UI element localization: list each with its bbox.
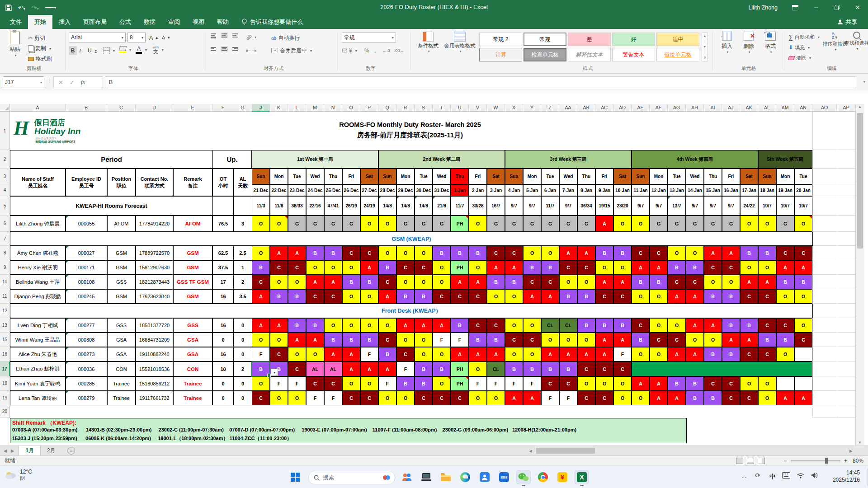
decrease-decimal-button[interactable]: .00→: [394, 46, 404, 55]
roster-cell[interactable]: B: [686, 376, 704, 391]
roster-cell[interactable]: O: [342, 289, 360, 304]
roster-cell[interactable]: C: [523, 333, 541, 347]
roster-cell[interactable]: B: [487, 333, 505, 347]
roster-cell[interactable]: B: [487, 275, 505, 289]
roster-cell[interactable]: B: [270, 289, 288, 304]
roster-cell[interactable]: B: [433, 361, 451, 376]
calculator-app-icon[interactable]: 888: [497, 470, 511, 484]
roster-cell[interactable]: O: [360, 318, 378, 333]
roster-cell[interactable]: F: [523, 376, 541, 391]
sheet-tab-2[interactable]: 2月: [41, 446, 62, 456]
roster-cell[interactable]: B: [342, 333, 360, 347]
roster-cell[interactable]: A: [722, 246, 740, 260]
col-header-AC[interactable]: AC: [595, 104, 613, 112]
roster-cell[interactable]: B: [415, 289, 433, 304]
col-header-AH[interactable]: AH: [686, 104, 704, 112]
roster-cell[interactable]: G: [722, 216, 740, 232]
roster-cell[interactable]: O: [740, 260, 758, 275]
roster-cell[interactable]: A: [686, 347, 704, 361]
roster-cell[interactable]: O: [668, 246, 686, 260]
roster-cell[interactable]: O: [360, 376, 378, 391]
tab-scroll-right-icon[interactable]: ▶: [11, 448, 14, 453]
clear-button[interactable]: 清除▾: [788, 53, 811, 62]
insert-cells-button[interactable]: ← 插入▾: [717, 32, 737, 54]
roster-cell[interactable]: O: [396, 391, 415, 405]
roster-cell[interactable]: C: [360, 391, 378, 405]
roster-cell[interactable]: C: [306, 376, 324, 391]
wechat-icon[interactable]: [516, 470, 531, 484]
roster-cell[interactable]: A: [324, 275, 342, 289]
font-size-select[interactable]: 8▾: [127, 33, 146, 42]
roster-cell[interactable]: G: [342, 216, 360, 232]
col-header-B[interactable]: B: [66, 104, 107, 112]
roster-cell[interactable]: O: [686, 246, 704, 260]
roster-cell[interactable]: A: [469, 347, 487, 361]
col-header-E[interactable]: E: [173, 104, 212, 112]
roster-cell[interactable]: O: [595, 376, 613, 391]
col-header-U[interactable]: U: [451, 104, 469, 112]
roster-cell[interactable]: A: [396, 318, 415, 333]
roster-cell[interactable]: O: [758, 391, 776, 405]
roster-cell[interactable]: [794, 376, 812, 391]
roster-cell[interactable]: O: [632, 391, 650, 405]
roster-cell[interactable]: C: [469, 318, 487, 333]
roster-cell[interactable]: O: [650, 289, 668, 304]
roster-cell[interactable]: G: [523, 216, 541, 232]
roster-cell[interactable]: O: [650, 347, 668, 361]
roster-cell[interactable]: A: [632, 260, 650, 275]
roster-cell[interactable]: O: [469, 260, 487, 275]
roster-cell[interactable]: A: [650, 391, 668, 405]
roster-cell[interactable]: C: [595, 361, 613, 376]
cell-style-neutral[interactable]: 适中: [656, 33, 699, 46]
roster-cell[interactable]: A: [776, 391, 794, 405]
roster-cell[interactable]: O: [378, 318, 396, 333]
row-header-2[interactable]: 2: [0, 150, 10, 169]
roster-cell[interactable]: O: [306, 260, 324, 275]
roster-cell[interactable]: C: [704, 260, 722, 275]
row-header-4[interactable]: 4: [0, 184, 10, 196]
roster-cell[interactable]: C: [360, 246, 378, 260]
col-header-O[interactable]: O: [342, 104, 360, 112]
roster-cell[interactable]: PH: [451, 376, 469, 391]
roster-cell[interactable]: A: [595, 216, 613, 232]
roster-cell[interactable]: B: [288, 289, 306, 304]
col-header-AJ[interactable]: AJ: [722, 104, 740, 112]
zoom-level[interactable]: 80%: [853, 458, 863, 464]
roster-cell[interactable]: B: [722, 289, 740, 304]
excel-icon[interactable]: X: [575, 470, 589, 484]
roster-cell[interactable]: A: [306, 333, 324, 347]
cell-dropdown-button[interactable]: ▾: [271, 369, 278, 376]
roster-cell[interactable]: O: [632, 347, 650, 361]
roster-cell[interactable]: O: [342, 318, 360, 333]
roster-cell[interactable]: O: [415, 246, 433, 260]
search-input[interactable]: 搜索: [308, 471, 395, 484]
roster-cell[interactable]: C: [451, 289, 469, 304]
roster-cell[interactable]: A: [469, 275, 487, 289]
roster-cell[interactable]: C: [794, 333, 812, 347]
roster-cell[interactable]: B: [632, 275, 650, 289]
roster-cell[interactable]: A: [360, 361, 378, 376]
roster-cell[interactable]: AL: [306, 361, 324, 376]
roster-cell[interactable]: A: [704, 318, 722, 333]
roster-cell[interactable]: O: [758, 216, 776, 232]
roster-cell[interactable]: A: [668, 391, 686, 405]
roster-cell[interactable]: [776, 376, 794, 391]
roster-cell[interactable]: C: [632, 318, 650, 333]
roster-cell[interactable]: B: [288, 318, 306, 333]
roster-cell[interactable]: A: [505, 391, 523, 405]
roster-cell[interactable]: O: [342, 376, 360, 391]
roster-cell[interactable]: O: [505, 318, 523, 333]
row-header-9[interactable]: 9: [0, 260, 10, 275]
row-header-6[interactable]: 6: [0, 216, 10, 232]
roster-cell[interactable]: C: [270, 347, 288, 361]
roster-cell[interactable]: C: [252, 275, 270, 289]
underline-button[interactable]: U▾: [88, 46, 97, 55]
row-header-13[interactable]: 13: [0, 318, 10, 333]
file-explorer-icon[interactable]: [439, 470, 453, 484]
network-icon[interactable]: [797, 472, 805, 479]
roster-cell[interactable]: O: [469, 391, 487, 405]
zoom-control[interactable]: − +: [784, 458, 847, 464]
col-header-AF[interactable]: AF: [650, 104, 668, 112]
vscroll-thumb[interactable]: [857, 113, 863, 249]
roster-cell[interactable]: F: [487, 376, 505, 391]
